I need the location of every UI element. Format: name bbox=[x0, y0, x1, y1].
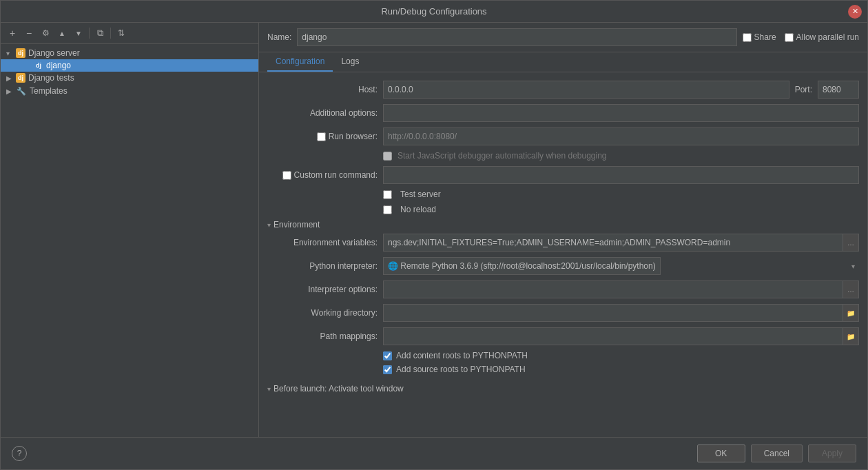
toolbar: + − ⚙ ▲ ▼ ⧉ ⇅ bbox=[1, 23, 258, 44]
arrow-down-button[interactable]: ▼ bbox=[71, 25, 86, 41]
add-button[interactable]: + bbox=[5, 25, 20, 41]
interpreter-options-browse-button[interactable]: … bbox=[843, 280, 859, 298]
path-mappings-wrapper: 📁 bbox=[383, 327, 859, 345]
tab-logs[interactable]: Logs bbox=[333, 52, 367, 72]
path-mappings-label: Path mappings: bbox=[267, 331, 378, 341]
env-vars-label: Environment variables: bbox=[267, 238, 378, 247]
interpreter-options-input[interactable] bbox=[383, 280, 859, 298]
tree-item-django-tests[interactable]: ▶ dj Django tests bbox=[1, 72, 258, 84]
parallel-label: Allow parallel run bbox=[796, 32, 859, 42]
custom-run-checkbox[interactable] bbox=[282, 171, 291, 180]
toolbar-separator bbox=[89, 28, 90, 39]
python-interpreter-wrapper: 🌐 Remote Python 3.6.9 (sftp://root@local… bbox=[383, 257, 859, 275]
bottom-bar: ? OK Cancel Apply bbox=[1, 437, 867, 469]
share-label: Share bbox=[754, 32, 776, 42]
config-tree: ▾ dj Django server dj django ▶ dj Django… bbox=[1, 44, 258, 437]
working-dir-wrapper: 📁 bbox=[383, 304, 859, 322]
path-mappings-row: Path mappings: 📁 bbox=[267, 327, 859, 345]
js-debugger-label: Start JavaScript debugger automatically … bbox=[397, 151, 607, 161]
js-debugger-checkbox[interactable] bbox=[383, 152, 392, 161]
run-browser-label: Run browser: bbox=[329, 132, 378, 141]
no-reload-row: No reload bbox=[383, 205, 859, 214]
run-browser-input[interactable] bbox=[383, 127, 859, 145]
custom-run-input[interactable] bbox=[383, 166, 859, 184]
dj-icon-django: dj bbox=[34, 61, 43, 70]
tab-configuration[interactable]: Configuration bbox=[267, 52, 333, 72]
help-button[interactable]: ? bbox=[12, 446, 27, 461]
python-interpreter-label: Python interpreter: bbox=[267, 261, 378, 271]
name-row: Name: Share Allow parallel run bbox=[259, 23, 867, 52]
toolbar-separator-2 bbox=[110, 28, 111, 39]
left-panel: + − ⚙ ▲ ▼ ⧉ ⇅ ▾ dj Django server bbox=[1, 23, 259, 437]
dialog-buttons: OK Cancel Apply bbox=[697, 445, 856, 462]
env-arrow: ▾ bbox=[267, 221, 271, 229]
parallel-checkbox[interactable] bbox=[785, 33, 794, 42]
js-debugger-row: Start JavaScript debugger automatically … bbox=[383, 151, 859, 161]
tree-item-django-server[interactable]: ▾ dj Django server bbox=[1, 47, 258, 59]
working-dir-row: Working directory: 📁 bbox=[267, 304, 859, 322]
tree-label-django: django bbox=[46, 61, 71, 70]
before-launch-arrow: ▾ bbox=[267, 385, 271, 393]
settings-button[interactable]: ⚙ bbox=[38, 25, 53, 41]
config-panel: Host: Port: Additional options: Run brow… bbox=[259, 72, 867, 437]
custom-run-row: Custom run command: bbox=[267, 166, 859, 184]
parallel-checkbox-label[interactable]: Allow parallel run bbox=[785, 32, 859, 42]
env-vars-input[interactable] bbox=[383, 234, 859, 252]
interpreter-options-wrapper: … bbox=[383, 280, 859, 298]
add-content-roots-label: Add content roots to PYTHONPATH bbox=[396, 351, 528, 360]
dj-icon-django-server: dj bbox=[16, 48, 25, 58]
right-panel: Name: Share Allow parallel run Configura… bbox=[259, 23, 867, 437]
additional-options-row: Additional options: bbox=[267, 104, 859, 122]
name-label: Name: bbox=[267, 32, 291, 42]
interpreter-options-label: Interpreter options: bbox=[267, 285, 378, 294]
env-vars-wrapper: … bbox=[383, 234, 859, 252]
add-source-roots-checkbox[interactable] bbox=[383, 365, 392, 374]
host-row: Host: Port: bbox=[267, 81, 859, 99]
tree-item-django[interactable]: dj django bbox=[1, 59, 258, 72]
share-checkbox-label[interactable]: Share bbox=[743, 32, 776, 42]
interpreter-dropdown-arrow: ▾ bbox=[851, 263, 855, 270]
host-input[interactable] bbox=[383, 81, 789, 99]
add-content-roots-row: Add content roots to PYTHONPATH bbox=[383, 351, 859, 360]
tree-arrow-templates: ▶ bbox=[6, 88, 14, 95]
cancel-button[interactable]: Cancel bbox=[751, 445, 803, 462]
arrow-up-button[interactable]: ▲ bbox=[54, 25, 70, 41]
environment-section-header: ▾ Environment bbox=[267, 220, 859, 229]
dj-icon-django-tests: dj bbox=[16, 73, 25, 83]
run-browser-row: Run browser: bbox=[267, 127, 859, 145]
no-reload-label: No reload bbox=[400, 205, 436, 214]
test-server-row: Test server bbox=[383, 190, 859, 199]
additional-options-input[interactable] bbox=[383, 104, 859, 122]
copy-button[interactable]: ⧉ bbox=[92, 25, 107, 41]
path-mappings-input[interactable] bbox=[383, 327, 859, 345]
working-dir-browse-button[interactable]: 📁 bbox=[843, 304, 859, 322]
path-mappings-browse-button[interactable]: 📁 bbox=[843, 327, 859, 345]
working-dir-input[interactable] bbox=[383, 304, 859, 322]
share-checkbox[interactable] bbox=[743, 33, 752, 42]
name-input[interactable] bbox=[297, 28, 736, 46]
tree-arrow-django-server: ▾ bbox=[6, 50, 14, 57]
apply-button[interactable]: Apply bbox=[808, 445, 856, 462]
add-content-roots-checkbox[interactable] bbox=[383, 351, 392, 360]
python-interpreter-select[interactable]: 🌐 Remote Python 3.6.9 (sftp://root@local… bbox=[383, 257, 661, 275]
test-server-checkbox[interactable] bbox=[383, 190, 392, 199]
title-bar: Run/Debug Configurations ✕ bbox=[1, 1, 867, 23]
env-vars-row: Environment variables: … bbox=[267, 234, 859, 252]
run-browser-checkbox[interactable] bbox=[317, 132, 326, 141]
add-source-roots-row: Add source roots to PYTHONPATH bbox=[383, 365, 859, 374]
port-label: Port: bbox=[795, 85, 812, 94]
tree-item-templates[interactable]: ▶ 🔧 Templates bbox=[1, 84, 258, 98]
port-input[interactable] bbox=[818, 81, 859, 99]
interpreter-options-row: Interpreter options: … bbox=[267, 280, 859, 298]
env-vars-browse-button[interactable]: … bbox=[843, 234, 859, 252]
before-launch-label: Before launch: Activate tool window bbox=[273, 384, 404, 394]
tabs: Configuration Logs bbox=[259, 52, 867, 72]
no-reload-checkbox[interactable] bbox=[383, 205, 392, 214]
test-server-label: Test server bbox=[400, 190, 441, 199]
close-button[interactable]: ✕ bbox=[848, 5, 862, 19]
remove-button[interactable]: − bbox=[21, 25, 37, 41]
sort-button[interactable]: ⇅ bbox=[114, 25, 129, 41]
ok-button[interactable]: OK bbox=[697, 445, 745, 462]
env-section-label: Environment bbox=[273, 220, 320, 229]
tree-label-templates: Templates bbox=[30, 86, 68, 96]
